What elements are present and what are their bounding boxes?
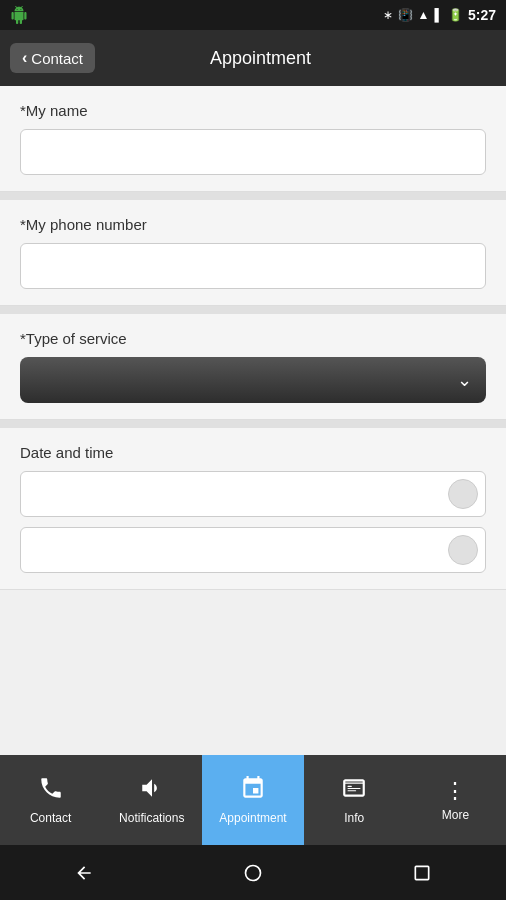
back-button[interactable]: ‹ Contact — [10, 43, 95, 73]
divider-3 — [0, 420, 506, 428]
sys-recents-button[interactable] — [402, 853, 442, 893]
date-label: Date and time — [20, 444, 486, 461]
dots-icon: ⋮ — [444, 778, 466, 804]
bluetooth-icon: ∗ — [383, 8, 393, 22]
main-content: *My name *My phone number *Type of servi… — [0, 86, 506, 755]
back-arrow-icon: ‹ — [22, 49, 27, 67]
svg-rect-1 — [348, 788, 361, 789]
nav-info-label: Info — [344, 811, 364, 825]
nav-contact-label: Contact — [30, 811, 71, 825]
divider-1 — [0, 192, 506, 200]
service-section: *Type of service ⌄ — [0, 314, 506, 420]
status-bar-right: ∗ 📳 ▲ ▌ 🔋 5:27 — [383, 7, 496, 23]
nav-more-label: More — [442, 808, 469, 822]
nav-item-more[interactable]: ⋮ More — [405, 755, 506, 845]
svg-rect-2 — [348, 790, 357, 791]
phone-section: *My phone number — [0, 200, 506, 306]
wifi-icon: ▲ — [418, 8, 430, 22]
nav-item-info[interactable]: Info — [304, 755, 405, 845]
time-toggle[interactable] — [448, 535, 478, 565]
date-section: Date and time — [0, 428, 506, 590]
date-input[interactable] — [20, 471, 486, 517]
service-label: *Type of service — [20, 330, 486, 347]
phone-label: *My phone number — [20, 216, 486, 233]
top-nav: ‹ Contact Appointment — [0, 30, 506, 86]
system-nav — [0, 845, 506, 900]
browser-icon — [341, 775, 367, 807]
signal-icon: ▌ — [434, 8, 443, 22]
nav-notifications-label: Notifications — [119, 811, 184, 825]
android-icon — [10, 6, 28, 24]
page-title: Appointment — [95, 48, 426, 69]
bell-icon — [139, 775, 165, 807]
nav-item-notifications[interactable]: Notifications — [101, 755, 202, 845]
svg-point-3 — [245, 865, 260, 880]
sys-back-button[interactable] — [64, 853, 104, 893]
date-input-wrapper — [20, 471, 486, 517]
bottom-nav: Contact Notifications Appointment — [0, 755, 506, 845]
time-input[interactable] — [20, 527, 486, 573]
my-name-input[interactable] — [20, 129, 486, 175]
date-row — [20, 471, 486, 589]
status-bar: ∗ 📳 ▲ ▌ 🔋 5:27 — [0, 0, 506, 30]
status-time: 5:27 — [468, 7, 496, 23]
phone-icon — [38, 775, 64, 807]
svg-rect-0 — [348, 786, 352, 787]
calendar-icon — [240, 775, 266, 807]
my-name-section: *My name — [0, 86, 506, 192]
nav-item-contact[interactable]: Contact — [0, 755, 101, 845]
service-dropdown-wrapper: ⌄ — [20, 357, 486, 403]
sys-home-button[interactable] — [233, 853, 273, 893]
battery-icon: 🔋 — [448, 8, 463, 22]
nav-appointment-label: Appointment — [219, 811, 286, 825]
back-button-label: Contact — [31, 50, 83, 67]
time-input-wrapper — [20, 527, 486, 573]
svg-rect-4 — [415, 866, 428, 879]
service-dropdown[interactable] — [20, 357, 486, 403]
nav-item-appointment[interactable]: Appointment — [202, 755, 303, 845]
date-toggle[interactable] — [448, 479, 478, 509]
status-bar-left — [10, 6, 28, 24]
divider-2 — [0, 306, 506, 314]
vibrate-icon: 📳 — [398, 8, 413, 22]
my-name-label: *My name — [20, 102, 486, 119]
phone-input[interactable] — [20, 243, 486, 289]
